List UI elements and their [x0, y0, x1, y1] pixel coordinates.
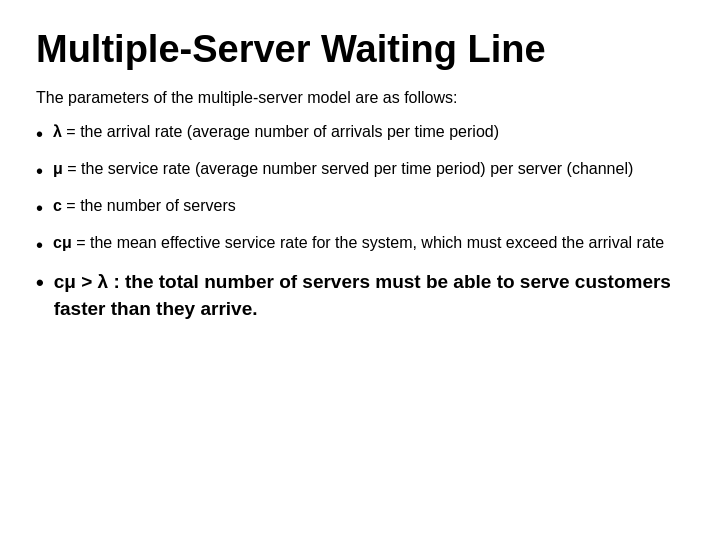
text-lambda: = the arrival rate (average number of ar… — [62, 123, 499, 140]
bullet-dot-2: • — [36, 156, 43, 186]
intro-paragraph: The parameters of the multiple-server mo… — [36, 86, 684, 110]
bullet-item-c: • c = the number of servers — [36, 194, 684, 223]
bullet-dot-5: • — [36, 267, 44, 299]
bullet-item-cmu: • cμ = the mean effective service rate f… — [36, 231, 684, 260]
bullet-dot-3: • — [36, 193, 43, 223]
bullet-item-lambda: • λ = the arrival rate (average number o… — [36, 120, 684, 149]
symbol-cmu-gt-lambda: cμ > λ — [54, 271, 108, 292]
text-cmu-gt-lambda: : the total number of servers must be ab… — [54, 271, 671, 320]
symbol-mu: μ — [53, 160, 63, 177]
bullet-content-lambda: λ = the arrival rate (average number of … — [53, 120, 684, 144]
bullet-content-c: c = the number of servers — [53, 194, 684, 218]
symbol-cmu: cμ — [53, 234, 72, 251]
text-cmu: = the mean effective service rate for th… — [72, 234, 664, 251]
bullet-dot-4: • — [36, 230, 43, 260]
bullet-item-cmu-gt-lambda: • cμ > λ : the total number of servers m… — [36, 268, 684, 323]
symbol-lambda: λ — [53, 123, 62, 140]
page-container: Multiple-Server Waiting Line The paramet… — [0, 0, 720, 540]
bullet-dot-1: • — [36, 119, 43, 149]
text-mu: = the service rate (average number serve… — [63, 160, 633, 177]
bullet-content-mu: μ = the service rate (average number ser… — [53, 157, 684, 181]
bullet-content-cmu: cμ = the mean effective service rate for… — [53, 231, 684, 255]
text-c: = the number of servers — [62, 197, 236, 214]
bullet-item-mu: • μ = the service rate (average number s… — [36, 157, 684, 186]
bullet-content-cmu-gt-lambda: cμ > λ : the total number of servers mus… — [54, 268, 684, 323]
bullet-list: • λ = the arrival rate (average number o… — [36, 120, 684, 331]
page-title: Multiple-Server Waiting Line — [36, 28, 684, 72]
symbol-c: c — [53, 197, 62, 214]
